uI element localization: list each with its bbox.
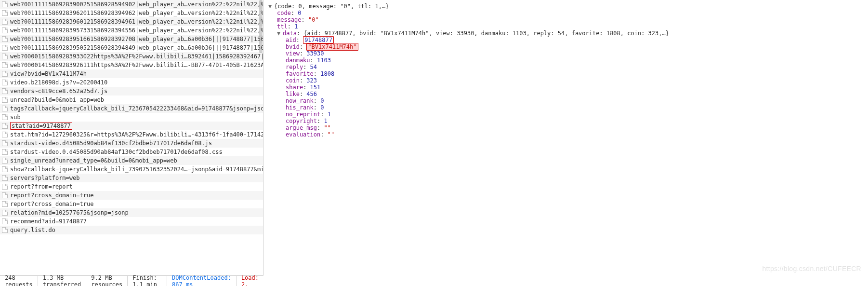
json-field-share[interactable]: share: 151	[268, 84, 863, 91]
json-code[interactable]: code: 0	[268, 10, 863, 16]
network-row[interactable]: stardust-video.d45085d90ab84af130cf2bdbe…	[0, 139, 263, 148]
file-icon	[2, 19, 8, 25]
network-row-name: stat?aid=91748877	[10, 122, 72, 130]
file-icon	[2, 88, 8, 94]
json-root[interactable]: ▼{code: 0, message: "0", ttl: 1,…}	[268, 3, 863, 10]
network-row[interactable]: stat?aid=91748877	[0, 122, 263, 130]
network-row[interactable]: web?00001515869283933022https%3A%2F%2Fww…	[0, 52, 263, 61]
network-row-name: stat.htm?id=1272960325&r=https%3A%2F%2Fw…	[10, 131, 263, 138]
json-field-favorite[interactable]: favorite: 1808	[268, 70, 863, 77]
watermark-text: https://blog.csdn.net/CUFEECR	[762, 265, 861, 272]
json-field-evaluation[interactable]: evaluation: ""	[268, 131, 863, 138]
json-message[interactable]: message: "0"	[268, 16, 863, 23]
network-row-name: servers?platform=web	[10, 175, 80, 181]
network-row-name: report?cross_domain=true	[10, 192, 93, 199]
network-row[interactable]: web?00111115869283900251586928594902|web…	[0, 0, 263, 9]
network-row[interactable]: tags?callback=jqueryCallback_bili_723670…	[0, 104, 263, 113]
file-icon	[2, 166, 8, 172]
network-row[interactable]: video.b218098d.js?v=20200410	[0, 78, 263, 87]
network-row[interactable]: web?00111115869283950521586928394849|web…	[0, 43, 263, 52]
network-row[interactable]: single_unread?unread_type=0&build=0&mobi…	[0, 156, 263, 165]
file-icon	[2, 149, 8, 155]
network-row-name: unread?build=0&mobi_app=web	[10, 96, 104, 103]
network-row-name: view?bvid=BV1x7411M74h	[10, 70, 87, 77]
network-row[interactable]: query.list.do	[0, 226, 263, 234]
json-data[interactable]: ▼data: {aid: 91748877, bvid: "BV1x7411M7…	[268, 30, 863, 37]
network-row-name: web?00001515869283933022https%3A%2F%2Fww…	[10, 53, 263, 60]
status-resources: 9.2 MB resources	[86, 276, 128, 286]
network-row-name: show?callback=jqueryCallback_bili_739075…	[10, 166, 263, 173]
json-field-like[interactable]: like: 456	[268, 91, 863, 97]
network-row[interactable]: show?callback=jqueryCallback_bili_739075…	[0, 165, 263, 174]
network-row[interactable]: servers?platform=web	[0, 174, 263, 182]
network-row-name: query.list.do	[10, 227, 55, 233]
status-transferred: 1.3 MB transferred	[38, 276, 86, 286]
network-row[interactable]: stat.htm?id=1272960325&r=https%3A%2F%2Fw…	[0, 130, 263, 139]
json-field-bvid[interactable]: bvid: "BV1x7411M74h"	[268, 43, 863, 50]
network-row[interactable]: view?bvid=BV1x7411M74h	[0, 69, 263, 78]
file-icon	[2, 158, 8, 163]
network-row[interactable]: web?00111115869283962011586928394962|web…	[0, 9, 263, 17]
file-icon	[2, 80, 8, 85]
response-preview-panel[interactable]: ▼{code: 0, message: "0", ttl: 1,…}code: …	[263, 0, 868, 275]
file-icon	[2, 218, 8, 224]
file-icon	[2, 210, 8, 216]
network-row[interactable]: recommend?aid=91748877	[0, 217, 263, 226]
network-status-bar: 248 requests 1.3 MB transferred 9.2 MB r…	[0, 275, 263, 286]
file-icon	[2, 140, 8, 146]
network-row-name: web?00111115869283962011586928394962|web…	[10, 10, 263, 16]
network-row[interactable]: vendors~c819cce8.652a25d7.js	[0, 87, 263, 95]
collapse-toggle-icon[interactable]: ▼	[277, 30, 282, 37]
status-domcontentloaded: DOMContentLoaded: 867 ms	[167, 276, 237, 286]
network-row[interactable]: relation?mid=102577675&jsonp=jsonp	[0, 208, 263, 217]
file-icon	[2, 175, 8, 181]
file-icon	[2, 54, 8, 59]
network-row[interactable]: web?00001415869283926111https%3A%2F%2Fww…	[0, 61, 263, 69]
json-field-aid[interactable]: aid: 91748877	[268, 37, 863, 43]
network-row-name: stardust-video.0.d45085d90ab84af130cf2bd…	[10, 149, 223, 155]
network-row[interactable]: stardust-video.0.d45085d90ab84af130cf2bd…	[0, 148, 263, 156]
network-row-name: web?00111115869283960121586928394961|web…	[10, 18, 263, 25]
network-row-name: relation?mid=102577675&jsonp=jsonp	[10, 209, 129, 216]
network-row-name: sub	[10, 114, 21, 121]
file-icon	[2, 71, 8, 77]
network-row[interactable]: web?00111115869283957331586928394556|web…	[0, 26, 263, 35]
network-row[interactable]: web?00111115869283960121586928394961|web…	[0, 17, 263, 26]
network-row-name: report?cross_domain=true	[10, 201, 93, 207]
status-finish: Finish: 1.1 min	[128, 276, 167, 286]
network-row-name: stardust-video.d45085d90ab84af130cf2bdbe…	[10, 140, 212, 147]
json-field-copyright[interactable]: copyright: 1	[268, 118, 863, 124]
network-row-name: web?00111115869283957331586928394556|web…	[10, 27, 263, 34]
network-row-name: vendors~c819cce8.652a25d7.js	[10, 88, 107, 95]
json-field-danmaku[interactable]: danmaku: 1103	[268, 57, 863, 64]
json-field-no_reprint[interactable]: no_reprint: 1	[268, 111, 863, 118]
file-icon	[2, 1, 8, 7]
network-row[interactable]: web?00111115869283951661586928392708|web…	[0, 35, 263, 43]
file-icon	[2, 123, 8, 129]
json-ttl[interactable]: ttl: 1	[268, 23, 863, 30]
network-row-name: recommend?aid=91748877	[10, 218, 87, 225]
json-field-argue_msg[interactable]: argue_msg: ""	[268, 124, 863, 131]
json-field-now_rank[interactable]: now_rank: 0	[268, 97, 863, 104]
network-request-list[interactable]: web?00111115869283900251586928594902|web…	[0, 0, 263, 275]
network-row-name: web?00111115869283900251586928594902|web…	[10, 1, 263, 8]
json-field-view[interactable]: view: 33930	[268, 50, 863, 57]
collapse-toggle-icon[interactable]: ▼	[268, 3, 273, 10]
file-icon	[2, 36, 8, 42]
network-row[interactable]: report?cross_domain=true	[0, 200, 263, 208]
json-field-coin[interactable]: coin: 323	[268, 77, 863, 84]
scrollbar-thumb[interactable]	[259, 0, 263, 53]
network-row[interactable]: sub	[0, 113, 263, 122]
file-icon	[2, 201, 8, 207]
json-field-reply[interactable]: reply: 54	[268, 64, 863, 70]
status-load: Load: 2.	[237, 276, 263, 286]
network-row-name: web?00001415869283926111https%3A%2F%2Fww…	[10, 62, 263, 68]
network-row[interactable]: report?from=report	[0, 182, 263, 191]
network-row[interactable]: unread?build=0&mobi_app=web	[0, 95, 263, 104]
network-row[interactable]: report?cross_domain=true	[0, 191, 263, 200]
json-field-his_rank[interactable]: his_rank: 0	[268, 104, 863, 111]
network-row-name: report?from=report	[10, 183, 73, 190]
file-icon	[2, 114, 8, 120]
network-row-name: single_unread?unread_type=0&build=0&mobi…	[10, 157, 177, 164]
file-icon	[2, 184, 8, 190]
